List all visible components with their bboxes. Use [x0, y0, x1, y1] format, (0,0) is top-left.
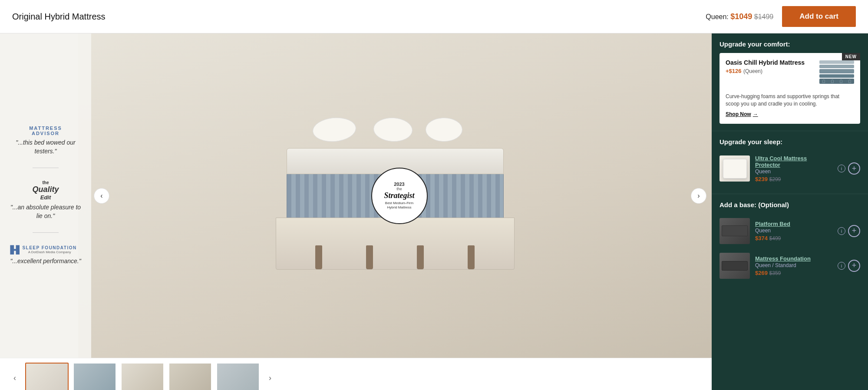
- protector-actions: i +: [838, 162, 860, 175]
- upgrade-comfort-title: Upgrade your comfort:: [719, 40, 860, 48]
- platform-bed-name[interactable]: Platform Bed: [755, 221, 832, 227]
- next-image-button[interactable]: ›: [691, 188, 706, 204]
- mattress-advisor-quote: "...this bed wowed our testers.": [9, 139, 83, 155]
- layer-3: [819, 69, 854, 73]
- layer-2: [819, 65, 854, 68]
- strategist-name: Strategist: [384, 191, 414, 200]
- add-base-title: Add a base: (Optional): [719, 201, 860, 208]
- bed-legs: [276, 218, 514, 269]
- main-layout: MATTRESS ADVISOR "...this bed wowed our …: [0, 33, 868, 390]
- thumbnail-2[interactable]: [73, 363, 116, 390]
- thumbnail-5-img: [217, 364, 259, 390]
- platform-bed-info-icon[interactable]: i: [838, 227, 845, 235]
- foundation-image: [719, 253, 750, 279]
- protector-info: Ultra Cool Mattress Protector Queen $239…: [755, 155, 832, 182]
- thumbnail-3-img: [122, 364, 163, 390]
- foundation-actions: i +: [838, 260, 860, 272]
- platform-bed-price-current: $374: [755, 235, 768, 241]
- thumbnail-1-img: [26, 364, 68, 390]
- strategist-badge: 2023 the Strategist Best Medium-Firm Hyb…: [371, 168, 428, 224]
- bed-leg: [315, 245, 322, 269]
- protector-size: Queen: [755, 169, 832, 175]
- foundation-card: Mattress Foundation Queen / Standard $26…: [719, 248, 860, 283]
- thumbnails-next-button[interactable]: ›: [264, 372, 276, 384]
- platform-bed-price: $374 $499: [755, 235, 832, 241]
- mattress-layers-img: [819, 60, 854, 89]
- thumbnail-1[interactable]: [25, 363, 69, 390]
- foundation-price-original: $359: [769, 270, 781, 276]
- mattress-visual: 2023 the Strategist Best Medium-Firm Hyb…: [287, 113, 504, 278]
- bed-leg: [417, 245, 424, 269]
- endorsements-overlay: MATTRESS ADVISOR "...this bed wowed our …: [0, 33, 91, 358]
- thumbnails-prev-button[interactable]: ‹: [9, 372, 21, 384]
- foundation-visual: [722, 261, 748, 271]
- thumbnail-3[interactable]: [121, 363, 164, 390]
- quality-edit-quote: "...an absolute pleasure to lie on.": [9, 203, 83, 220]
- pillow-1: [311, 116, 356, 143]
- oasis-chill-image: [819, 59, 854, 89]
- new-badge: NEW: [842, 53, 860, 60]
- shop-now-link[interactable]: Shop Now →: [726, 111, 758, 117]
- product-section: MATTRESS ADVISOR "...this bed wowed our …: [0, 33, 712, 390]
- upgrade-sleep-section: Upgrade your sleep: Ultra Cool Mattress …: [712, 131, 868, 194]
- protector-visual: [723, 159, 747, 178]
- price-label: Queen:: [706, 13, 728, 20]
- endorsement-mattress-advisor: MATTRESS ADVISOR "...this bed wowed our …: [9, 126, 83, 155]
- bed-leg: [468, 245, 475, 269]
- foundation-add-button[interactable]: +: [848, 260, 860, 272]
- layer-5: [819, 79, 854, 84]
- bed-leg: [366, 245, 373, 269]
- oasis-chill-price: +$126: [726, 68, 742, 74]
- pillow-2: [373, 116, 413, 142]
- platform-bed-size: Queen: [755, 228, 832, 234]
- divider-1: [33, 168, 59, 168]
- strategist-the: the: [396, 187, 402, 191]
- mattress-image: 2023 the Strategist Best Medium-Firm Hyb…: [78, 33, 712, 358]
- platform-bed-add-button[interactable]: +: [848, 225, 860, 237]
- platform-bed-info: Platform Bed Queen $374 $499: [755, 221, 832, 241]
- protector-price: $239 $299: [755, 176, 832, 182]
- platform-bed-price-original: $499: [769, 235, 781, 241]
- thumbnail-2-img: [74, 364, 116, 390]
- protector-info-icon[interactable]: i: [838, 165, 845, 172]
- protector-image: [719, 155, 750, 182]
- header-right: Queen: $1049 $1499 Add to cart: [706, 6, 856, 27]
- foundation-name[interactable]: Mattress Foundation: [755, 255, 832, 262]
- protector-name[interactable]: Ultra Cool Mattress Protector: [755, 155, 832, 168]
- mattress-advisor-brand: MATTRESS: [9, 126, 83, 131]
- protector-card: Ultra Cool Mattress Protector Queen $239…: [719, 151, 860, 187]
- thumbnail-5[interactable]: [216, 363, 260, 390]
- divider-2: [33, 232, 59, 233]
- endorsement-quality-edit: the Quality Edit "...an absolute pleasur…: [9, 180, 83, 220]
- foundation-size: Queen / Standard: [755, 262, 832, 268]
- mattress-advisor-brand-sub: ADVISOR: [9, 131, 83, 136]
- oasis-chill-card: NEW Oasis Chill Hybrid Mattress +$126 (Q…: [719, 53, 860, 124]
- upgrade-comfort-section: Upgrade your comfort: NEW Oasis Chill Hy…: [712, 33, 868, 124]
- comfort-card-info: Oasis Chill Hybrid Mattress +$126 (Queen…: [726, 59, 815, 89]
- platform-bed-visual: [722, 225, 748, 236]
- page-title: Original Hybrid Mattress: [12, 12, 106, 22]
- oasis-chill-size: (Queen): [743, 68, 762, 74]
- protector-add-button[interactable]: +: [848, 162, 860, 175]
- prev-image-button[interactable]: ‹: [94, 188, 109, 204]
- upgrade-sleep-title: Upgrade your sleep:: [719, 138, 860, 145]
- layer-1: [819, 60, 854, 64]
- sleep-foundation-quote: "...excellent performance.": [10, 257, 81, 266]
- sleep-foundation-logo: SLEEP FOUNDATION A DotDash Media Company: [10, 245, 81, 254]
- foundation-price-current: $269: [755, 270, 768, 276]
- strategist-award: Best Medium-Firm Hybrid Mattress: [385, 201, 413, 210]
- protector-price-original: $299: [769, 176, 781, 182]
- oasis-chill-description: Curve-hugging foams and supportive sprin…: [726, 93, 854, 108]
- oasis-chill-price-row: +$126 (Queen): [726, 67, 815, 75]
- thumbnail-4[interactable]: [168, 363, 212, 390]
- layer-4: [819, 74, 854, 78]
- bed-frame: [276, 218, 515, 270]
- protector-price-current: $239: [755, 176, 768, 182]
- add-to-cart-button[interactable]: Add to cart: [782, 6, 856, 27]
- comfort-card-top: Oasis Chill Hybrid Mattress +$126 (Queen…: [726, 59, 854, 89]
- foundation-info: Mattress Foundation Queen / Standard $26…: [755, 255, 832, 276]
- sleep-foundation-sub: A DotDash Media Company: [22, 250, 76, 254]
- strategist-year: 2023: [394, 182, 404, 187]
- sleep-foundation-brand: SLEEP FOUNDATION: [22, 245, 76, 250]
- foundation-info-icon[interactable]: i: [838, 262, 845, 270]
